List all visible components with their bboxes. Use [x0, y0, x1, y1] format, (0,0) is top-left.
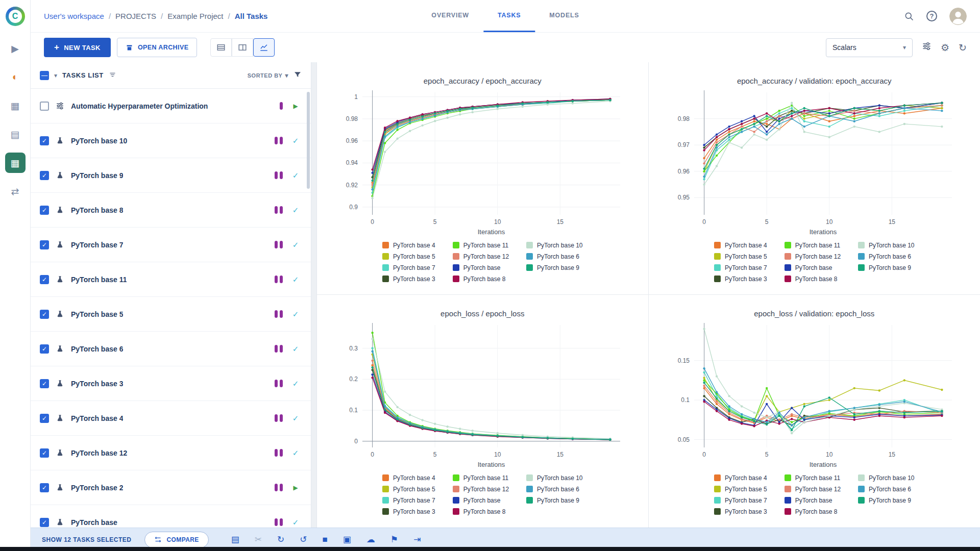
clone-icon[interactable]: ✂: [255, 534, 262, 545]
help-icon[interactable]: ?: [926, 11, 937, 21]
gear-icon[interactable]: ⚙: [941, 42, 949, 54]
legend-item[interactable]: PyTorch base 8: [453, 507, 509, 516]
task-checkbox[interactable]: [40, 102, 49, 111]
task-checkbox[interactable]: ✓: [40, 171, 49, 180]
legend-item[interactable]: PyTorch base 12: [453, 484, 509, 494]
legend-item[interactable]: PyTorch base: [785, 263, 841, 272]
legend-item[interactable]: PyTorch base 10: [858, 473, 914, 483]
sidebar-item-workers[interactable]: ⇄: [5, 181, 26, 202]
legend-item[interactable]: PyTorch base 12: [453, 252, 509, 261]
legend-item[interactable]: PyTorch base 7: [714, 263, 767, 272]
publish-icon[interactable]: ▣: [343, 534, 351, 545]
legend-item[interactable]: PyTorch base 4: [714, 240, 767, 250]
clearml-logo-icon[interactable]: [6, 7, 25, 26]
move-icon[interactable]: ⇥: [413, 534, 421, 545]
task-row[interactable]: ✓PyTorch base 10✓: [31, 123, 311, 158]
legend-item[interactable]: PyTorch base 10: [858, 240, 914, 250]
legend-item[interactable]: PyTorch base 5: [714, 484, 767, 494]
metric-view-select[interactable]: Scalars ▾: [826, 38, 913, 57]
tab-overview[interactable]: OVERVIEW: [417, 0, 483, 32]
legend-item[interactable]: PyTorch base 6: [526, 252, 582, 261]
task-checkbox[interactable]: ✓: [40, 310, 49, 319]
task-checkbox[interactable]: ✓: [40, 206, 49, 215]
task-row[interactable]: ✓PyTorch base 11✓: [31, 262, 311, 297]
legend-item[interactable]: PyTorch base 11: [453, 240, 509, 250]
legend-item[interactable]: PyTorch base 11: [785, 240, 841, 250]
legend-item[interactable]: PyTorch base 8: [785, 507, 841, 516]
select-all-checkbox[interactable]: —: [40, 71, 49, 80]
task-checkbox[interactable]: ✓: [40, 379, 49, 388]
search-icon[interactable]: [904, 11, 914, 21]
auto-refresh-icon[interactable]: ↻: [959, 42, 967, 54]
legend-item[interactable]: PyTorch base 9: [526, 495, 582, 505]
legend-item[interactable]: PyTorch base 6: [858, 484, 914, 494]
legend-item[interactable]: PyTorch base 3: [382, 507, 435, 516]
task-row[interactable]: ✓PyTorch base 8✓: [31, 193, 311, 228]
tune-settings-icon[interactable]: [922, 41, 932, 54]
sidebar-item-pipelines[interactable]: ▤: [5, 124, 26, 144]
task-checkbox[interactable]: ✓: [40, 518, 49, 527]
tags-icon[interactable]: ⚑: [390, 534, 398, 545]
breadcrumb-project[interactable]: Example Project: [167, 12, 223, 20]
upload-icon[interactable]: ☁: [366, 534, 375, 545]
legend-item[interactable]: PyTorch base 12: [785, 252, 841, 261]
legend-item[interactable]: PyTorch base 8: [453, 274, 509, 284]
legend-item[interactable]: PyTorch base 9: [858, 263, 914, 272]
breadcrumb-projects[interactable]: PROJECTS: [115, 12, 156, 20]
open-archive-button[interactable]: OPEN ARCHIVE: [117, 38, 198, 57]
task-row[interactable]: ✓PyTorch base 9✓: [31, 158, 311, 193]
legend-item[interactable]: PyTorch base 10: [526, 473, 582, 483]
legend-item[interactable]: PyTorch base 3: [714, 507, 767, 516]
breadcrumb-workspace[interactable]: User's workspace: [44, 12, 104, 20]
details-view-button[interactable]: [232, 38, 253, 57]
filter-icon[interactable]: [293, 70, 302, 80]
select-menu-caret-icon[interactable]: ▾: [54, 72, 57, 79]
task-checkbox[interactable]: ✓: [40, 344, 49, 354]
chart-plot[interactable]: 00.10.20.3051015Iterations: [334, 318, 630, 471]
compare-button[interactable]: COMPARE: [144, 532, 208, 548]
legend-item[interactable]: PyTorch base: [453, 495, 509, 505]
tab-tasks[interactable]: TASKS: [483, 0, 535, 32]
abort-icon[interactable]: ■: [323, 535, 328, 545]
legend-item[interactable]: PyTorch base 11: [453, 473, 509, 483]
task-row[interactable]: ✓PyTorch base 3✓: [31, 366, 311, 401]
chart-plot[interactable]: 0.90.920.940.960.981051015Iterations: [334, 85, 630, 238]
legend-item[interactable]: PyTorch base 7: [714, 495, 767, 505]
legend-item[interactable]: PyTorch base 6: [526, 484, 582, 494]
task-checkbox[interactable]: ✓: [40, 240, 49, 249]
chart-plot[interactable]: 0.050.10.15051015Iterations: [666, 318, 962, 471]
selected-count-label[interactable]: SHOW 12 TASKS SELECTED: [42, 536, 131, 543]
legend-item[interactable]: PyTorch base 8: [785, 274, 841, 284]
legend-item[interactable]: PyTorch base 12: [785, 484, 841, 494]
chart-plot[interactable]: 0.950.960.970.98051015Iterations: [666, 85, 962, 238]
task-row[interactable]: ✓PyTorch base 5✓: [31, 297, 311, 332]
legend-item[interactable]: PyTorch base 3: [714, 274, 767, 284]
task-row[interactable]: ✓PyTorch base 4✓: [31, 401, 311, 436]
avatar[interactable]: [949, 8, 967, 25]
task-row[interactable]: ✓PyTorch base 12✓: [31, 436, 311, 470]
new-task-button[interactable]: + NEW TASK: [44, 38, 111, 57]
legend-item[interactable]: PyTorch base 5: [382, 484, 435, 494]
sorted-by-control[interactable]: SORTED BY ▾: [248, 72, 288, 79]
reset-icon[interactable]: ↺: [300, 534, 307, 545]
sidebar-item-reports[interactable]: ▦: [5, 95, 26, 116]
legend-item[interactable]: PyTorch base 9: [526, 263, 582, 272]
legend-item[interactable]: PyTorch base 7: [382, 495, 435, 505]
legend-item[interactable]: PyTorch base 10: [526, 240, 582, 250]
legend-item[interactable]: PyTorch base: [453, 263, 509, 272]
task-row[interactable]: ✓PyTorch base 2▶: [31, 470, 311, 505]
table-view-button[interactable]: [210, 38, 232, 57]
legend-item[interactable]: PyTorch base 4: [714, 473, 767, 483]
legend-item[interactable]: PyTorch base 5: [714, 252, 767, 261]
task-checkbox[interactable]: ✓: [40, 136, 49, 145]
comparison-view-button[interactable]: [253, 38, 275, 57]
sidebar-item-projects[interactable]: ▶: [5, 38, 26, 59]
task-checkbox[interactable]: ✓: [40, 448, 49, 458]
sidebar-item-datasets[interactable]: ◐: [5, 67, 26, 87]
legend-item[interactable]: PyTorch base: [785, 495, 841, 505]
task-checkbox[interactable]: ✓: [40, 275, 49, 284]
task-row[interactable]: ✓PyTorch base✓: [31, 505, 311, 528]
legend-item[interactable]: PyTorch base 3: [382, 274, 435, 284]
legend-item[interactable]: PyTorch base 6: [858, 252, 914, 261]
legend-item[interactable]: PyTorch base 5: [382, 252, 435, 261]
